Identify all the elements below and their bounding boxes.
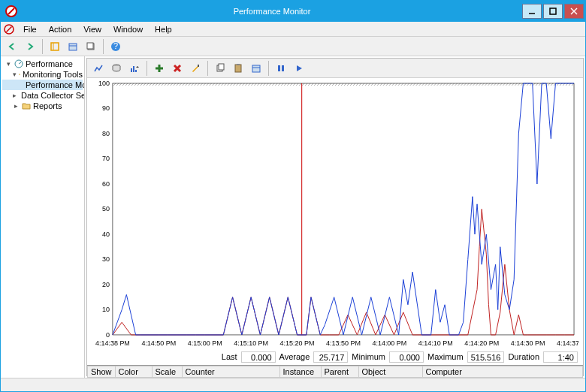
- collapse-icon[interactable]: ▾: [5, 61, 12, 68]
- duration-label: Duration: [508, 352, 539, 361]
- chart-area[interactable]: 01020304050607080901004:14:38 PM4:14:50 …: [92, 80, 578, 348]
- maximize-button[interactable]: [543, 4, 563, 19]
- svg-text:20: 20: [102, 281, 110, 288]
- svg-text:80: 80: [102, 130, 110, 137]
- svg-rect-32: [252, 65, 260, 72]
- update-data-button[interactable]: [291, 60, 307, 77]
- svg-rect-13: [87, 43, 93, 49]
- tree-label: Performance: [26, 59, 73, 68]
- svg-text:4:15:00 PM: 4:15:00 PM: [188, 339, 222, 347]
- col-computer[interactable]: Computer: [422, 366, 582, 377]
- svg-text:4:14:30 PM: 4:14:30 PM: [511, 339, 545, 347]
- console-tree[interactable]: ▾Performance ▾Monitoring Tools Performan…: [1, 56, 85, 378]
- tree-label: Data Collector Sets: [21, 91, 85, 100]
- svg-rect-8: [51, 43, 59, 50]
- tree-data-collector-sets[interactable]: ▸Data Collector Sets: [2, 90, 83, 101]
- svg-text:30: 30: [102, 255, 110, 263]
- col-counter[interactable]: Counter: [182, 366, 279, 377]
- forward-button[interactable]: [22, 38, 38, 55]
- collapse-icon[interactable]: ▾: [13, 71, 17, 78]
- app-icon: [5, 5, 17, 17]
- minimize-button[interactable]: [522, 4, 542, 19]
- freeze-display-button[interactable]: [273, 60, 289, 77]
- average-label: Average: [279, 352, 310, 361]
- copy-properties-button[interactable]: [212, 60, 228, 77]
- svg-rect-22: [135, 70, 137, 72]
- svg-text:50: 50: [102, 205, 110, 213]
- tree-label: Reports: [33, 101, 62, 110]
- counter-legend-table[interactable]: Show Color Scale Counter Instance Parent…: [87, 365, 583, 378]
- help-button[interactable]: ?: [107, 38, 124, 55]
- expand-icon[interactable]: ▸: [13, 103, 20, 110]
- svg-text:0: 0: [106, 331, 110, 339]
- menu-action[interactable]: Action: [43, 23, 78, 35]
- chart-toolbar: [87, 59, 583, 78]
- last-label: Last: [222, 352, 237, 361]
- tree-performance-monitor[interactable]: Performance Monitor: [2, 80, 83, 90]
- properties-button[interactable]: [248, 60, 264, 77]
- menu-help[interactable]: Help: [149, 23, 178, 35]
- svg-text:70: 70: [102, 155, 110, 162]
- duration-value: 1:40: [543, 351, 578, 363]
- toolbar-divider: [268, 61, 269, 76]
- tree-label: Performance Monitor: [26, 80, 85, 89]
- menu-window[interactable]: Window: [107, 23, 149, 35]
- delete-counter-button[interactable]: [169, 60, 186, 77]
- status-bar: [1, 378, 585, 391]
- svg-rect-29: [219, 64, 224, 70]
- col-object[interactable]: Object: [358, 366, 422, 377]
- toolbar-divider: [103, 39, 104, 54]
- col-scale[interactable]: Scale: [152, 366, 182, 377]
- tree-monitoring-tools[interactable]: ▾Monitoring Tools: [2, 69, 83, 80]
- change-graph-type-button[interactable]: [126, 60, 143, 77]
- svg-rect-10: [69, 44, 77, 50]
- new-window-button[interactable]: [83, 38, 99, 55]
- col-show[interactable]: Show: [88, 366, 116, 377]
- col-parent[interactable]: Parent: [321, 366, 358, 377]
- menu-view[interactable]: View: [77, 23, 107, 35]
- tree-reports[interactable]: ▸Reports: [2, 101, 83, 111]
- toolbar-divider: [146, 61, 147, 76]
- svg-text:4:15:20 PM: 4:15:20 PM: [280, 339, 315, 347]
- svg-rect-31: [237, 64, 240, 65]
- paste-counter-list-button[interactable]: [230, 60, 246, 77]
- folder-icon: [19, 70, 20, 79]
- minimum-label: Minimum: [352, 352, 385, 361]
- close-button[interactable]: [564, 4, 584, 19]
- svg-rect-59: [113, 83, 574, 335]
- svg-text:4:13:50 PM: 4:13:50 PM: [326, 339, 361, 347]
- add-counter-button[interactable]: [151, 60, 168, 77]
- col-color[interactable]: Color: [115, 366, 152, 377]
- svg-text:60: 60: [102, 180, 110, 188]
- show-hide-console-tree-button[interactable]: [47, 38, 63, 55]
- minimum-value: 0.000: [389, 351, 424, 363]
- toolbar-divider: [207, 61, 208, 76]
- svg-text:?: ?: [113, 41, 118, 50]
- legend-header-row[interactable]: Show Color Scale Counter Instance Parent…: [88, 366, 583, 377]
- svg-text:90: 90: [102, 104, 110, 112]
- svg-text:40: 40: [102, 231, 110, 238]
- line-chart: 01020304050607080901004:14:38 PM4:14:50 …: [92, 80, 578, 348]
- svg-text:100: 100: [98, 80, 110, 87]
- highlight-button[interactable]: [187, 60, 204, 77]
- main-pane: 01020304050607080901004:14:38 PM4:14:50 …: [86, 58, 584, 376]
- col-instance[interactable]: Instance: [279, 366, 321, 377]
- svg-text:10: 10: [102, 306, 110, 313]
- svg-rect-27: [198, 65, 199, 67]
- last-value: 0.000: [241, 351, 276, 363]
- view-current-activity-button[interactable]: [90, 60, 107, 77]
- back-button[interactable]: [4, 38, 20, 55]
- menubar: File Action View Window Help: [1, 22, 585, 37]
- maximum-value: 515.516: [467, 351, 505, 363]
- tree-performance[interactable]: ▾Performance: [2, 59, 83, 69]
- properties-button[interactable]: [65, 38, 81, 55]
- svg-rect-36: [113, 83, 574, 86]
- expand-icon[interactable]: ▸: [13, 92, 17, 99]
- titlebar: Performance Monitor: [1, 1, 585, 22]
- svg-rect-20: [131, 68, 132, 72]
- system-menu-icon[interactable]: [4, 24, 14, 35]
- svg-text:4:14:50 PM: 4:14:50 PM: [141, 339, 176, 347]
- view-log-data-button[interactable]: [108, 60, 125, 77]
- svg-text:4:14:10 PM: 4:14:10 PM: [418, 339, 453, 347]
- menu-file[interactable]: File: [17, 23, 43, 35]
